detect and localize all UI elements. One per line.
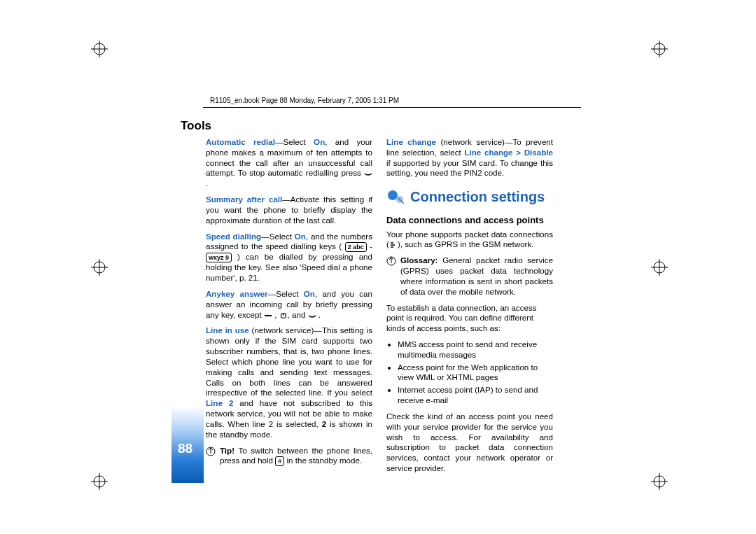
tip-block: Tip! To switch between the phone lines, … [206,446,372,467]
glossary-text: Glossary: General packet radio service (… [400,255,553,297]
paragraph-line-change: Line change (network service)—To prevent… [386,137,553,178]
glossary-icon [386,256,396,266]
side-section-label: Tools [181,119,211,133]
softkey-icon [264,312,272,319]
power-key-icon [279,312,288,319]
data-connections-heading: Data connections and access points [386,215,553,227]
paragraph-line-in-use: Line in use (network service)—This setti… [206,325,372,440]
right-column: Line change (network service)—To prevent… [386,137,553,479]
connection-settings-heading: Connection settings [410,188,545,206]
crop-mark-ml [91,259,108,276]
crop-mark-mr [651,259,668,276]
page-number: 88 [178,441,192,456]
crop-mark-tl [91,41,108,57]
list-item: Internet access point (IAP) to send and … [398,385,553,406]
header-line [203,107,581,108]
end-key-icon [364,170,372,177]
paragraph-summary-after-call: Summary after call—Activate this setting… [206,195,372,225]
end-key-icon [308,312,316,319]
key-2-icon: 2 abc [345,242,367,252]
paragraph-packet-data: Your phone supports packet data connecti… [386,230,553,251]
header-path: R1105_en.book Page 88 Monday, February 7… [210,97,399,104]
paragraph-automatic-redial: Automatic redial—Select On, and your pho… [206,137,372,189]
key-9-icon: wxyz 9 [206,253,232,262]
crop-mark-br [651,473,668,490]
paragraph-speed-dialling: Speed dialling—Select On, and the number… [206,232,372,283]
paragraph-anykey: Anykey answer—Select On, and you can ans… [206,289,372,320]
list-item: Access point for the Web application to … [398,363,553,384]
access-point-list: MMS access point to send and receive mul… [386,339,553,406]
packet-data-icon [389,241,398,248]
tip-icon [206,447,216,456]
left-column: Automatic redial—Select On, and your pho… [206,137,372,472]
paragraph-check: Check the kind of an access point you ne… [386,412,553,474]
connection-icon-row: Connection settings [386,184,553,211]
glossary-block: Glossary: General packet radio service (… [386,255,553,297]
list-item: MMS access point to send and receive mul… [398,339,553,360]
svg-point-22 [388,190,398,200]
hash-key-icon: # [275,456,284,466]
tip-text: Tip! To switch between the phone lines, … [220,446,372,467]
svg-rect-18 [265,315,272,316]
paragraph-establish: To establish a data connection, an acces… [386,303,553,334]
crop-mark-bl [91,473,108,490]
connection-settings-icon [386,189,407,206]
crop-mark-tr [651,41,668,57]
